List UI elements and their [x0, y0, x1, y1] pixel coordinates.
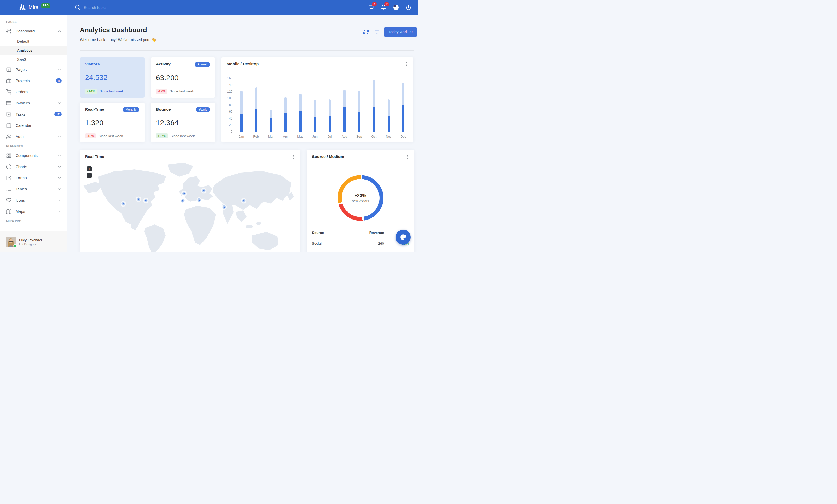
theme-settings-button[interactable] [396, 230, 411, 245]
bar-jun[interactable] [314, 99, 316, 132]
y-axis-tick: 0 [225, 130, 232, 133]
sidebar-item-pages[interactable]: Pages [0, 64, 67, 75]
sidebar-item-maps[interactable]: Maps [0, 206, 67, 217]
messages-badge: 3 [372, 2, 377, 6]
sidebar-item-tasks[interactable]: Tasks17 [0, 109, 67, 120]
brand-name: Mira [29, 4, 38, 10]
x-axis-label: May [295, 135, 306, 138]
bar-aug[interactable] [343, 90, 346, 132]
sidebar-user[interactable]: Lucy Lavender UX Designer [0, 231, 67, 252]
refresh-button[interactable] [362, 28, 370, 36]
map-zoom-controls: + − [87, 166, 92, 178]
stat-caption: Since last week [170, 89, 194, 93]
sidebar-item-calendar[interactable]: Calendar [0, 120, 67, 131]
mobile-desktop-title: Mobile / Desktop [227, 61, 259, 66]
bar-segment-desktop [240, 91, 243, 114]
chevron-down-icon [57, 209, 61, 213]
source-row-search-engines: Search Engines125-12% [312, 249, 409, 252]
map-marker[interactable] [198, 199, 201, 202]
map-marker[interactable] [181, 199, 184, 203]
sidebar-section-pages: PAGES [0, 18, 67, 25]
bar-segment-desktop [255, 87, 257, 109]
search-input[interactable] [84, 5, 167, 10]
bar-segment-desktop [402, 82, 405, 106]
sidebar-item-invoices[interactable]: Invoices [0, 97, 67, 109]
sign-out-button[interactable] [404, 3, 413, 12]
stat-period-badge[interactable]: Yearly [196, 107, 210, 112]
mobile-desktop-menu-button[interactable] [404, 61, 410, 67]
map-marker[interactable] [137, 198, 140, 201]
sidebar-item-dashboard[interactable]: Dashboard [0, 25, 67, 37]
x-axis-label: Jan [235, 135, 247, 138]
bar-segment-desktop [284, 97, 287, 113]
world-map[interactable] [80, 161, 300, 252]
bar-mar[interactable] [270, 110, 272, 132]
bar-feb[interactable] [255, 87, 257, 132]
chevron-down-icon [57, 135, 61, 139]
list-icon [6, 187, 12, 192]
map-marker[interactable] [182, 192, 186, 195]
sidebar-subitem-saas[interactable]: SaaS [0, 55, 67, 64]
bar-segment-desktop [328, 99, 331, 116]
bar-oct[interactable] [373, 80, 375, 132]
notifications-button[interactable]: 7 [379, 3, 388, 12]
brand[interactable]: Mira PRO [0, 3, 67, 11]
map-marker[interactable] [222, 205, 226, 209]
sidebar-item-components[interactable]: Components [0, 150, 67, 161]
mobile-desktop-bar-chart: 020406080100120140160JanFebMarAprMayJunJ… [225, 69, 411, 141]
x-axis-label: Nov [383, 135, 394, 138]
language-button[interactable] [391, 3, 400, 12]
source-medium-menu-button[interactable] [405, 154, 410, 160]
realtime-menu-button[interactable] [291, 154, 297, 160]
source-table-rows: Social260+35%Search Engines125-12%Direct… [312, 238, 409, 252]
messages-button[interactable]: 3 [367, 3, 375, 12]
map-marker[interactable] [144, 199, 148, 202]
bar-apr[interactable] [284, 97, 287, 132]
sidebar-item-icons[interactable]: Icons [0, 194, 67, 206]
navbar-actions: 3 7 [367, 3, 418, 12]
map-marker[interactable] [122, 202, 125, 206]
x-axis-label: Feb [250, 135, 262, 138]
bar-segment-desktop [358, 91, 360, 112]
sidebar-item-auth[interactable]: Auth [0, 131, 67, 142]
stat-card-real-time: Real-TimeMonthly1.320-18%Since last week [80, 102, 144, 142]
x-axis-label: Jul [324, 135, 335, 138]
chevron-down-icon [57, 198, 61, 202]
bar-jan[interactable] [240, 91, 243, 132]
sidebar-item-projects[interactable]: Projects8 [0, 75, 67, 86]
stat-period-badge[interactable]: Annual [195, 62, 210, 67]
search-icon[interactable] [74, 4, 81, 11]
sidebar-item-tables[interactable]: Tables [0, 183, 67, 194]
sidebar-subitem-default[interactable]: Default [0, 37, 67, 46]
bar-segment-desktop [270, 110, 272, 118]
x-axis-label: Jun [309, 135, 321, 138]
sidebar-item-forms[interactable]: Forms [0, 172, 67, 183]
bar-may[interactable] [299, 94, 302, 132]
welcome-message: Welcome back, Lucy! We've missed you. 👋 [80, 37, 156, 42]
sidebar-item-label: Forms [16, 175, 57, 180]
sidebar-item-label: Auth [16, 134, 57, 139]
bar-sep[interactable] [358, 91, 360, 132]
sidebar-subitem-analytics[interactable]: Analytics [0, 46, 67, 55]
y-axis-tick: 160 [225, 76, 232, 80]
sidebar-item-label: Orders [16, 90, 61, 94]
source-table-header: Source Revenue Value [312, 227, 409, 238]
map-marker[interactable] [202, 189, 206, 192]
zoom-out-button[interactable]: − [87, 173, 92, 178]
bar-dec[interactable] [402, 82, 405, 132]
sidebar-item-orders[interactable]: Orders [0, 86, 67, 97]
bar-segment-mobile [314, 117, 316, 132]
sidebar-item-charts[interactable]: Charts [0, 161, 67, 172]
stat-period-badge[interactable]: Monthly [123, 107, 139, 112]
bar-nov[interactable] [388, 99, 390, 132]
sidebar-section-mira-pro: MIRA PRO [0, 217, 67, 225]
today-button[interactable]: Today: April 29 [384, 27, 417, 37]
user-role: UX Designer [19, 243, 42, 246]
map-marker[interactable] [242, 199, 246, 203]
bar-jul[interactable] [328, 99, 331, 132]
pro-badge: PRO [41, 3, 50, 8]
sidebar-item-label: Charts [16, 165, 57, 169]
zoom-in-button[interactable]: + [87, 166, 92, 171]
chevron-down-icon [57, 153, 61, 158]
filter-button[interactable] [373, 28, 380, 36]
